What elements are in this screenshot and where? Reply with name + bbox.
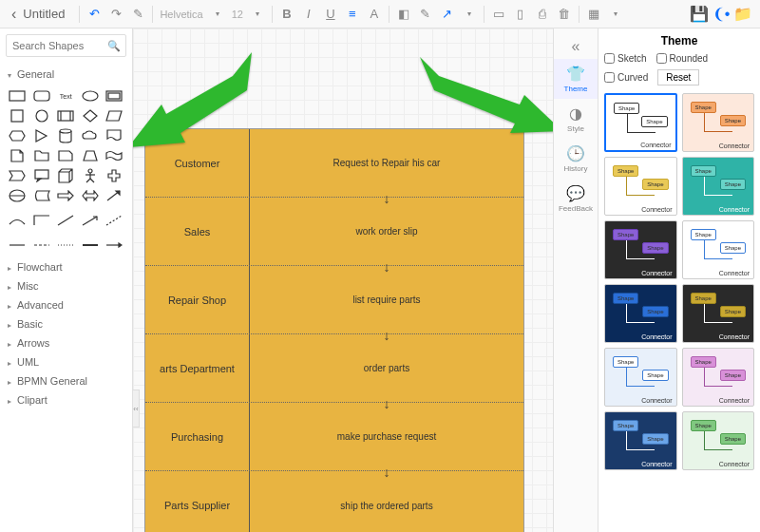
shape-square[interactable] (7, 107, 28, 124)
shape-data[interactable] (31, 187, 52, 204)
search-icon[interactable]: 🔍 (107, 40, 121, 52)
shape-double-rect[interactable] (104, 87, 124, 104)
category-misc[interactable]: Misc (6, 276, 126, 295)
to-back-button[interactable]: ▯ (511, 5, 530, 24)
sketch-checkbox[interactable]: Sketch (604, 53, 647, 64)
category-arrows[interactable]: Arrows (6, 333, 126, 352)
format-paint-button[interactable]: ✎ (128, 5, 147, 24)
align-button[interactable]: ≡ (343, 5, 362, 24)
shape-circle[interactable] (31, 107, 52, 124)
category-clipart[interactable]: Clipart (6, 390, 126, 409)
line-dash[interactable] (104, 212, 124, 229)
swimlane-row[interactable]: Purchasingmake purchase request↓ (145, 403, 523, 471)
shape-note[interactable] (7, 147, 28, 164)
to-front-button[interactable]: ▭ (489, 5, 508, 24)
theme-card[interactable]: ShapeShapeConnector (682, 220, 755, 279)
shape-rounded-rect[interactable] (31, 87, 52, 104)
delete-button[interactable]: 🗑 (555, 5, 574, 24)
shape-tape[interactable] (104, 147, 124, 164)
panel-collapse-button[interactable]: « (554, 34, 598, 59)
theme-card[interactable]: ShapeShapeConnector (604, 220, 677, 279)
shape-triangle[interactable] (31, 127, 52, 144)
lock-button[interactable]: ⎙ (533, 5, 552, 24)
theme-card[interactable]: ShapeShapeConnector (604, 93, 677, 152)
shape-cylinder[interactable] (55, 127, 76, 144)
shape-or[interactable] (7, 187, 28, 204)
connector-heavy[interactable] (80, 237, 101, 254)
left-collapse-handle[interactable]: ‹‹ (133, 390, 140, 428)
bold-button[interactable]: B (277, 5, 296, 24)
theme-card[interactable]: ShapeShapeConnector (682, 284, 755, 343)
connector-dot[interactable] (55, 237, 76, 254)
shape-rect[interactable] (7, 87, 28, 104)
shape-arrow-block[interactable] (55, 187, 76, 204)
swimlane-row[interactable]: Saleswork order slip↓ (145, 198, 523, 266)
theme-card[interactable]: ShapeShapeConnector (682, 93, 755, 152)
folder-button[interactable]: 📁 (733, 5, 752, 24)
category-basic[interactable]: Basic (6, 314, 126, 333)
line-curve[interactable] (7, 212, 28, 229)
line-arrow-open[interactable] (80, 212, 101, 229)
shape-trapezoid[interactable] (80, 147, 101, 164)
category-uml[interactable]: UML (6, 352, 126, 371)
category-bpmn[interactable]: BPMN General (6, 371, 126, 390)
theme-card[interactable]: ShapeShapeConnector (682, 411, 755, 470)
rounded-checkbox[interactable]: Rounded (656, 53, 709, 64)
connector-solid[interactable] (7, 237, 28, 254)
shape-cloud[interactable] (80, 127, 101, 144)
theme-card[interactable]: ShapeShapeConnector (682, 348, 755, 407)
document-title[interactable]: Untitled (23, 7, 65, 21)
swimlane-row[interactable]: Parts Suppliership the ordered parts (145, 471, 523, 532)
shape-process[interactable] (55, 107, 76, 124)
category-general[interactable]: General (6, 65, 126, 84)
shape-ellipse[interactable] (80, 87, 101, 104)
share-button[interactable]: ❨• (712, 5, 731, 24)
shape-card[interactable] (55, 147, 76, 164)
theme-card[interactable]: ShapeShapeConnector (604, 348, 677, 407)
shape-diamond[interactable] (80, 107, 101, 124)
tab-style[interactable]: ◑ Style (554, 99, 598, 139)
search-shapes-box[interactable]: 🔍 (6, 34, 126, 57)
grid-button[interactable]: ▦ (584, 5, 603, 24)
connector-dash[interactable] (31, 237, 52, 254)
swimlane-row[interactable]: arts Departmentorder parts↓ (145, 334, 523, 403)
shape-folder[interactable] (31, 147, 52, 164)
shape-actor[interactable] (80, 167, 101, 184)
undo-button[interactable]: ↶ (85, 5, 104, 24)
underline-button[interactable]: U (321, 5, 340, 24)
shape-parallelogram[interactable] (104, 107, 124, 124)
reset-button[interactable]: Reset (657, 69, 699, 86)
shape-double-arrow[interactable] (80, 187, 101, 204)
tab-history[interactable]: 🕒 History (554, 139, 598, 179)
swimlane-diagram[interactable]: CustomerRequest to Repair his car↓Salesw… (144, 128, 524, 532)
line-angle[interactable] (31, 212, 52, 229)
fill-color-button[interactable]: ◧ (394, 5, 413, 24)
font-color-button[interactable]: A (365, 5, 384, 24)
search-input[interactable] (12, 40, 107, 51)
category-flowchart[interactable]: Flowchart (6, 257, 126, 276)
theme-card[interactable]: ShapeShapeConnector (682, 157, 755, 216)
shape-step[interactable] (7, 167, 28, 184)
theme-card[interactable]: ShapeShapeConnector (604, 411, 677, 470)
shape-text[interactable]: Text (55, 87, 76, 104)
line-color-button[interactable]: ✎ (416, 5, 435, 24)
font-select[interactable]: Helvetica (158, 9, 204, 20)
shape-callout[interactable] (31, 167, 52, 184)
back-button[interactable]: ‹ (8, 6, 20, 23)
theme-card[interactable]: ShapeShapeConnector (604, 157, 677, 216)
shape-hexagon[interactable] (7, 127, 28, 144)
shape-arrow-thin[interactable] (104, 187, 124, 204)
curved-checkbox[interactable]: Curved (604, 69, 648, 86)
line-straight[interactable] (55, 212, 76, 229)
shape-cube[interactable] (55, 167, 76, 184)
swimlane-row[interactable]: Repair Shoplist require parts↓ (145, 266, 523, 334)
canvas[interactable]: ‹‹ CustomerRequest to Repair his car↓Sal… (133, 28, 553, 532)
tab-feedback[interactable]: 💬 FeedBack (554, 179, 598, 218)
category-advanced[interactable]: Advanced (6, 295, 126, 314)
theme-card[interactable]: ShapeShapeConnector (604, 284, 677, 343)
shape-document[interactable] (104, 127, 124, 144)
connector-button[interactable]: ↗ (438, 5, 457, 24)
connector-arrow[interactable] (104, 237, 124, 254)
redo-button[interactable]: ↷ (106, 5, 125, 24)
font-size-select[interactable]: 12 (230, 9, 245, 20)
